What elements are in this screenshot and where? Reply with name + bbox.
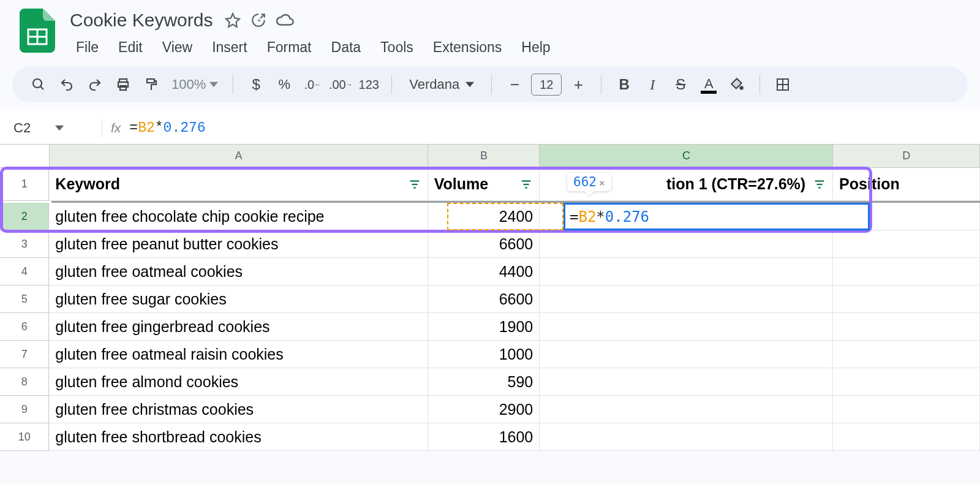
italic-icon[interactable]: I [641,73,664,96]
cell[interactable] [833,258,980,285]
column-header-d[interactable]: D [833,145,980,168]
row-header[interactable]: 10 [0,423,49,451]
percent-icon[interactable]: % [273,73,296,96]
bold-icon[interactable]: B [612,73,636,96]
column-headers: A B C D [0,145,980,168]
menu-bar: File Edit View Insert Format Data Tools … [67,37,559,58]
cell[interactable]: Keyword [49,168,428,201]
cell[interactable] [833,423,980,451]
menu-edit[interactable]: Edit [110,37,151,58]
cell[interactable] [833,313,980,341]
text-color-icon[interactable]: A [697,73,720,96]
menu-help[interactable]: Help [513,37,559,58]
row-header[interactable]: 2 [0,203,49,230]
name-box[interactable]: C2 [13,120,93,136]
cell[interactable] [833,203,980,230]
cell[interactable]: gluten free christmas cookies [49,396,428,423]
cell[interactable]: gluten free gingerbread cookies [49,313,428,341]
filter-icon[interactable] [519,178,533,191]
star-icon[interactable] [225,12,241,28]
menu-file[interactable]: File [67,37,107,58]
cell[interactable]: 1600 [428,423,540,451]
cell[interactable]: Position [833,168,980,201]
menu-insert[interactable]: Insert [203,37,256,58]
menu-tools[interactable]: Tools [372,37,422,58]
cell[interactable]: Volume [428,168,540,201]
cloud-saved-icon[interactable] [276,12,295,28]
select-all-corner[interactable] [0,145,50,168]
sheets-logo-icon [20,9,55,53]
font-size-increase-icon[interactable]: + [567,73,590,96]
more-formats-icon[interactable]: 123 [357,73,380,96]
svg-point-4 [33,79,42,88]
cell-editor[interactable]: =B2*0.276 [566,203,649,230]
cell[interactable] [540,396,833,423]
font-size-input[interactable]: 12 [531,74,562,96]
close-icon[interactable]: × [599,177,605,189]
font-size-decrease-icon[interactable]: − [503,73,526,96]
cell[interactable]: gluten free sugar cookies [49,285,428,313]
cell[interactable] [540,258,833,285]
cell[interactable]: gluten free chocolate chip cookie recipe [49,203,428,230]
menu-view[interactable]: View [154,37,201,58]
filter-icon[interactable] [408,178,421,191]
row-header[interactable]: 6 [0,313,49,341]
cell[interactable] [540,313,833,341]
cell[interactable]: 6600 [428,285,540,313]
row-header[interactable]: 1 [0,168,49,201]
row-header[interactable]: 3 [0,230,49,258]
formula-input[interactable]: =B2*0.276 [129,120,205,136]
cell[interactable]: gluten free almond cookies [49,368,428,396]
cell[interactable] [833,285,980,313]
table-row: 10 gluten free shortbread cookies 1600 [0,423,980,451]
increase-decimal-icon[interactable]: .00→ [329,73,352,96]
cell[interactable]: 2900 [428,396,540,423]
undo-icon[interactable] [55,73,78,96]
cell[interactable]: 1900 [428,313,540,341]
cell[interactable]: 2400 [428,203,540,230]
strikethrough-icon[interactable]: S [669,73,692,96]
row-header[interactable]: 5 [0,285,49,313]
move-icon[interactable]: + [251,12,266,28]
cell[interactable] [833,230,980,258]
cell[interactable] [540,341,833,368]
cell[interactable] [540,423,833,451]
row-header[interactable]: 8 [0,368,49,396]
menu-extensions[interactable]: Extensions [424,37,511,58]
column-header-c[interactable]: C [540,145,833,168]
row-header[interactable]: 4 [0,258,49,285]
row-header[interactable]: 9 [0,396,49,423]
cell[interactable]: gluten free oatmeal raisin cookies [49,341,428,368]
cell[interactable]: 590 [428,368,540,396]
column-header-a[interactable]: A [50,145,429,168]
column-header-b[interactable]: B [428,145,540,168]
currency-icon[interactable]: $ [244,73,268,96]
redo-icon[interactable] [83,73,107,96]
search-icon[interactable] [27,73,50,96]
row-header[interactable]: 7 [0,341,49,368]
cell[interactable]: gluten free oatmeal cookies [49,258,428,285]
cell[interactable]: 6600 [428,230,540,258]
document-title[interactable]: Cookie Keywords [67,9,215,32]
menu-format[interactable]: Format [258,37,320,58]
borders-icon[interactable] [771,73,794,96]
cell[interactable] [540,285,833,313]
cell[interactable]: 1000 [428,341,540,368]
fill-color-icon[interactable] [725,73,748,96]
cell[interactable] [833,396,980,423]
paint-format-icon[interactable] [140,73,163,96]
cell[interactable]: gluten free shortbread cookies [49,423,428,451]
filter-icon[interactable] [813,178,826,191]
cell[interactable] [540,230,833,258]
cell[interactable] [540,368,833,396]
zoom-dropdown[interactable]: 100% [168,77,222,93]
cell[interactable] [833,368,980,396]
font-family-dropdown[interactable]: Verdana [403,77,480,93]
cell[interactable]: 4400 [428,258,540,285]
cell[interactable]: gluten free peanut butter cookies [49,230,428,258]
print-icon[interactable] [111,73,135,96]
decrease-decimal-icon[interactable]: .0← [301,73,324,96]
cell[interactable] [833,341,980,368]
table-row: 5 gluten free sugar cookies 6600 [0,285,980,313]
menu-data[interactable]: Data [323,37,370,58]
